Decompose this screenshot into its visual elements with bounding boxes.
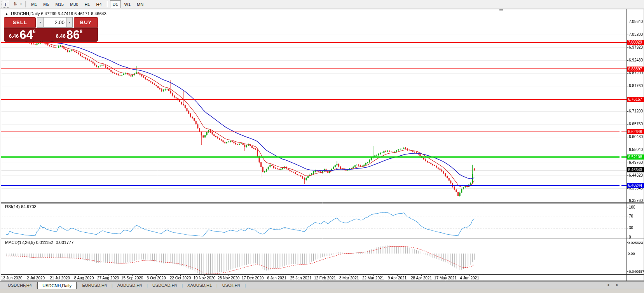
date-axis-label: 17 May 2021: [434, 276, 457, 280]
date-axis-label: 13 Jun 2020: [1, 276, 22, 280]
tab-usdchf-h4[interactable]: USDCHF,H4: [3, 282, 37, 289]
collapse-arrow-icon[interactable]: ▲: [5, 12, 8, 16]
ask-big-digits: 86: [66, 30, 80, 40]
chart-canvas[interactable]: [0, 0, 644, 293]
date-axis-label: 2 Jul 2020: [27, 276, 45, 280]
top-toolbar: T ⇅ ▾ M1M5M15M30H1H4D1W1MN: [0, 0, 644, 9]
price-axis-tick: 6.97920: [629, 45, 643, 49]
tab-audusd-h4[interactable]: AUDUSD,H4: [113, 282, 147, 289]
price-axis-tick: 6.81760: [629, 84, 643, 88]
price-axis-tick: 7.08640: [629, 19, 643, 24]
rsi-indicator-label: RSI(14) 64.9703: [5, 204, 37, 209]
ask-pipette: 8: [80, 29, 82, 34]
chevron-down-icon[interactable]: ▾: [19, 3, 23, 6]
bid-prefix: 6.46: [9, 33, 19, 39]
tab-xauusd-h1[interactable]: XAUUSD,H1: [183, 282, 216, 289]
rsi-axis-tick: 0: [629, 235, 631, 239]
date-axis-label: 6 Jan 2021: [267, 276, 286, 280]
timeframe-button-h4[interactable]: H4: [93, 0, 104, 8]
price-line-badge: 6.40244: [627, 183, 644, 188]
timeframe-button-w1[interactable]: W1: [122, 0, 134, 8]
bid-big-digits: 64: [19, 30, 33, 40]
ask-prefix: 6.46: [56, 33, 66, 39]
rsi-axis-tick: 70: [629, 214, 633, 218]
price-axis-tick: 6.71200: [629, 109, 643, 113]
price-axis-tick: 6.44320: [629, 173, 643, 177]
date-axis-label: 10 Nov 2020: [194, 276, 216, 280]
timeframe-button-h1[interactable]: H1: [82, 0, 92, 8]
volume-increase-button[interactable]: ▲: [66, 17, 73, 28]
buy-button[interactable]: BUY: [74, 17, 98, 28]
timeframe-button-m15[interactable]: M15: [53, 0, 66, 8]
price-line-badge: 6.88897: [627, 67, 644, 72]
macd-axis-tick: -0.040687: [628, 269, 644, 274]
rsi-axis-tick: 30: [629, 226, 633, 230]
tab-separator: |: [245, 282, 246, 289]
price-line-badge: 7.00029: [627, 40, 644, 45]
timeframe-button-d1[interactable]: D1: [110, 0, 121, 8]
timeframe-button-m30[interactable]: M30: [67, 0, 81, 8]
rsi-axis-tick: 100: [629, 205, 635, 209]
text-tool-icon: T: [4, 2, 7, 7]
date-axis-label: 9 Apr 2021: [388, 276, 407, 280]
bid-pipette: 6: [33, 29, 36, 34]
tab-usdcnh-daily[interactable]: USDCNH,Daily: [37, 282, 77, 289]
date-axis-label: 4 Jun 2021: [460, 276, 479, 280]
volume-decrease-button[interactable]: ▼: [37, 17, 44, 28]
date-axis-label: 28 Apr 2021: [411, 276, 432, 280]
cursor-arrows-icon[interactable]: ⇅: [12, 1, 19, 7]
price-axis-tick: 6.55040: [629, 147, 643, 152]
date-axis-label: 8 Aug 2020: [74, 276, 94, 280]
bid-price: 6.46 64 6: [4, 28, 51, 41]
price-axis-tick: 7.03200: [629, 32, 643, 37]
toolbar-separator: [25, 1, 26, 7]
bid-ask-display: 6.46 64 6 6.46 86 8: [4, 28, 98, 42]
macd-indicator-label: MACD(12,26,9) 0.011152 -0.001777: [5, 240, 73, 245]
price-line-badge: 6.46643: [627, 167, 644, 172]
date-axis-label: 25 Jan 2021: [290, 276, 311, 280]
price-axis-tick: 6.60480: [629, 135, 643, 139]
chart-title-text: USDCNH,Daily 6.47239 6.47416 6.46171 6.4…: [11, 11, 106, 16]
timeframe-button-m5[interactable]: M5: [40, 0, 52, 8]
timeframe-buttons: M1M5M15M30H1H4D1W1MN: [28, 0, 147, 8]
chart-title: ▲ USDCNH,Daily 6.47239 6.47416 6.46171 6…: [5, 11, 106, 16]
price-axis-tick: 6.49760: [629, 160, 643, 165]
toolbar-separator: [107, 1, 108, 7]
price-line-badge: 6.52108: [627, 154, 644, 160]
date-axis-label: 22 Mar 2021: [362, 276, 384, 280]
date-axis-label: 27 Aug 2020: [97, 276, 119, 280]
date-axis-label: 28 Nov 2020: [218, 276, 240, 280]
tab-scroll-left-icon[interactable]: ◄: [606, 283, 610, 287]
date-axis-label: 22 Oct 2020: [170, 276, 191, 280]
date-axis-label: 3 Oct 2020: [147, 276, 166, 280]
tab-usoil-h4[interactable]: USOil,H4: [218, 282, 245, 289]
text-tool-button[interactable]: T: [2, 1, 9, 8]
sell-button[interactable]: SELL: [4, 17, 36, 28]
tab-eurusd-h4[interactable]: EURUSD,H4: [78, 282, 112, 289]
tab-scroll-right-icon[interactable]: ►: [616, 283, 619, 287]
status-bar: [0, 289, 644, 293]
price-axis-tick: 6.65760: [629, 122, 643, 126]
chart-tab-bar: USDCHF,H4|USDCNH,Daily|EURUSD,H4|AUDUSD,…: [0, 281, 644, 289]
date-axis-label: 12 Feb 2021: [314, 276, 336, 280]
timeframe-button-m1[interactable]: M1: [28, 0, 40, 8]
price-line-badge: 6.62646: [627, 129, 644, 134]
timeframe-button-mn[interactable]: MN: [134, 0, 146, 8]
macd-axis-tick: 0.00: [628, 251, 635, 256]
date-axis-label: 3 Mar 2021: [339, 276, 359, 280]
date-axis-label: 15 Sep 2020: [121, 276, 143, 280]
one-click-trade-panel: SELL ▼ ▲ BUY 6.46 64 6 6.46 86 8: [4, 17, 98, 42]
date-axis-label: 21 Jul 2020: [50, 276, 70, 280]
price-axis-tick: 6.33760: [629, 198, 643, 203]
price-line-badge: 6.76157: [627, 97, 644, 102]
macd-axis-tick: 0.025623: [628, 240, 643, 245]
date-axis-label: 17 Dec 2020: [242, 276, 264, 280]
ask-price: 6.46 86 8: [51, 28, 98, 41]
volume-input[interactable]: [44, 17, 66, 28]
tab-usdcad-h4[interactable]: USDCAD,H4: [148, 282, 182, 289]
price-axis-tick: 6.92480: [629, 58, 643, 62]
